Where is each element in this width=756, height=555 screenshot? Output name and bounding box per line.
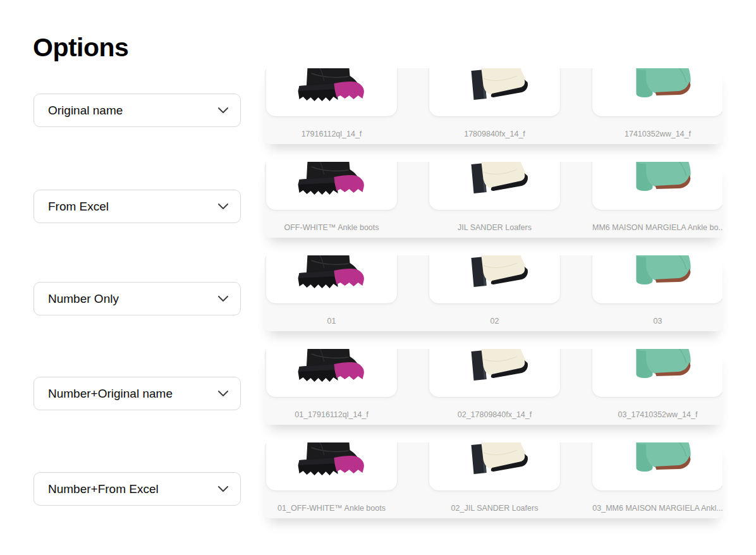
- select-value: From Excel: [48, 200, 109, 214]
- file-name-label: 17809840fx_14_f: [429, 130, 560, 138]
- file-name-label: 01_OFF-WHITE™ Ankle boots: [266, 504, 397, 513]
- product-card: [266, 255, 397, 303]
- file-name-label: 17916112ql_14_f: [266, 130, 397, 138]
- preview-row-number-from-excel: 01_OFF-WHITE™ Ankle boots 02_JIL SANDER …: [264, 442, 722, 518]
- product-card: [592, 68, 722, 116]
- file-name-label: 01: [266, 317, 397, 326]
- select-value: Original name: [48, 104, 123, 118]
- product-card: [592, 255, 722, 303]
- black-ankle-boot-image: [292, 68, 371, 114]
- file-name-label: 17410352ww_14_f: [592, 130, 722, 138]
- select-value: Number+From Excel: [48, 482, 159, 496]
- file-name-label: 03: [592, 317, 722, 326]
- green-ankle-boot-image: [618, 442, 697, 488]
- chevron-down-icon: [218, 391, 228, 396]
- select-number-only[interactable]: Number Only: [34, 282, 241, 315]
- product-card: [429, 162, 560, 210]
- product-card: [592, 442, 722, 491]
- cream-heeled-loafer-image: [455, 68, 534, 114]
- chevron-down-icon: [218, 204, 228, 209]
- chevron-down-icon: [218, 296, 228, 302]
- select-number-from-excel[interactable]: Number+From Excel: [34, 472, 241, 506]
- cream-heeled-loafer-image: [455, 255, 534, 301]
- green-ankle-boot-image: [618, 162, 697, 207]
- product-card: [266, 442, 397, 491]
- file-name-label: 03_17410352ww_14_f: [592, 410, 722, 419]
- green-ankle-boot-image: [618, 68, 697, 114]
- product-card: [429, 349, 560, 397]
- select-number-original-name[interactable]: Number+Original name: [34, 377, 241, 410]
- product-card: [266, 349, 397, 397]
- black-ankle-boot-image: [292, 255, 371, 301]
- file-name-label: OFF-WHITE™ Ankle boots: [266, 223, 397, 232]
- preview-row-number-only: 01 02 03: [264, 255, 722, 331]
- file-name-label: 02_JIL SANDER Loafers: [429, 504, 560, 513]
- green-ankle-boot-image: [618, 349, 697, 394]
- select-value: Number+Original name: [48, 387, 173, 401]
- green-ankle-boot-image: [618, 255, 697, 301]
- product-card: [429, 68, 560, 116]
- product-card: [592, 349, 722, 397]
- preview-row-number-original-name: 01_17916112ql_14_f 02_17809840fx_14_f 03…: [264, 349, 722, 425]
- product-card: [266, 162, 397, 210]
- select-value: Number Only: [48, 292, 119, 306]
- cream-heeled-loafer-image: [455, 349, 534, 394]
- cream-heeled-loafer-image: [455, 162, 534, 207]
- file-name-label: MM6 MAISON MARGIELA Ankle bo...: [592, 223, 722, 232]
- page-title: Options: [33, 35, 128, 61]
- file-name-label: 02: [429, 317, 560, 326]
- product-card: [266, 68, 397, 116]
- select-from-excel[interactable]: From Excel: [34, 190, 241, 223]
- select-original-name[interactable]: Original name: [34, 94, 241, 127]
- black-ankle-boot-image: [292, 442, 371, 488]
- product-card: [429, 442, 560, 491]
- black-ankle-boot-image: [292, 162, 371, 207]
- file-name-label: 03_MM6 MAISON MARGIELA Ankl...: [592, 504, 722, 513]
- black-ankle-boot-image: [292, 349, 371, 394]
- file-name-label: JIL SANDER Loafers: [429, 223, 560, 232]
- product-card: [592, 162, 722, 210]
- file-name-label: 02_17809840fx_14_f: [429, 410, 560, 419]
- preview-row-original-name: 17916112ql_14_f 17809840fx_14_f 17410352…: [264, 68, 722, 144]
- file-name-label: 01_17916112ql_14_f: [266, 410, 397, 419]
- chevron-down-icon: [218, 107, 228, 113]
- product-card: [429, 255, 560, 303]
- cream-heeled-loafer-image: [455, 442, 534, 488]
- chevron-down-icon: [218, 486, 228, 492]
- preview-row-from-excel: OFF-WHITE™ Ankle boots JIL SANDER Loafer…: [264, 162, 722, 238]
